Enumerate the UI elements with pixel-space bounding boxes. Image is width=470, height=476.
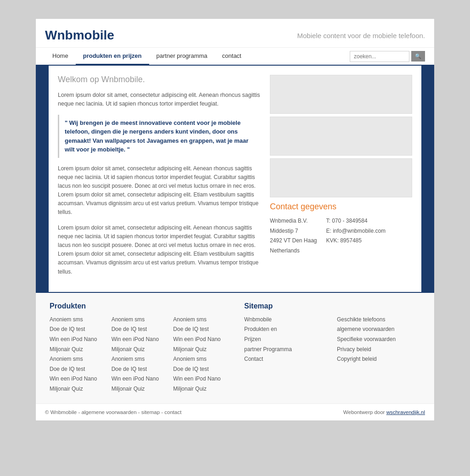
- nav-bar: Home produkten en prijzen partner progra…: [36, 48, 434, 66]
- footer-link[interactable]: Anoniem sms: [50, 354, 102, 364]
- footer-produkten: Produkten Anoniem smsDoe de IQ testWin e…: [50, 302, 226, 394]
- intro-text: Lorem ipsum dolor sit amet, consectetur …: [58, 91, 261, 108]
- footer-link[interactable]: Doe de IQ test: [173, 364, 226, 375]
- search-box: 🔍: [350, 51, 425, 62]
- footer-link[interactable]: Doe de IQ test: [173, 325, 226, 335]
- footer-link[interactable]: Miljonair Quiz: [50, 345, 102, 355]
- contact-phone: T: 070 - 3849584: [326, 216, 386, 226]
- footer-copyright: © Wnbmobile - algemene voorwaarden - sit…: [45, 409, 181, 415]
- footer-link[interactable]: Win een iPod Nano: [112, 335, 164, 345]
- quote-block: " Wij brengen je de meest innovatieve co…: [58, 115, 261, 158]
- body-text-1: Lorem ipsum dolor sit amet, consectetur …: [58, 164, 261, 217]
- footer-produkten-cols: Anoniem smsDoe de IQ testWin een iPod Na…: [50, 315, 226, 394]
- contact-info: T: 070 - 3849584 E: info@wnbmobile.com K…: [326, 216, 386, 256]
- contact-street: Middestip 7: [270, 226, 317, 236]
- footer-link[interactable]: Miljonair Quiz: [173, 345, 226, 355]
- sitemap-link[interactable]: partner Programma: [244, 345, 328, 355]
- webontwerp-link[interactable]: wschravendijk.nl: [386, 409, 425, 415]
- side-accent-left: [36, 66, 49, 292]
- footer-sitemap-heading: Sitemap: [244, 302, 420, 310]
- footer-top: Produkten Anoniem smsDoe de IQ testWin e…: [36, 292, 434, 403]
- footer-col-1: Anoniem smsDoe de IQ testWin een iPod Na…: [50, 315, 102, 394]
- search-icon: 🔍: [415, 53, 421, 59]
- sitemap-link[interactable]: Wnbmobile: [244, 315, 328, 325]
- image-placeholder-1: [270, 75, 412, 114]
- footer-col-2: Anoniem smsDoe de IQ testWin een iPod Na…: [112, 315, 164, 394]
- footer-link[interactable]: Miljonair Quiz: [50, 384, 102, 394]
- image-placeholder-2: [270, 117, 412, 156]
- sitemap-link[interactable]: Specifieke voorwaarden: [337, 335, 420, 345]
- contact-company: Wnbmedia B.V.: [270, 216, 317, 226]
- sitemap-col-2: Geschikte telefoonsalgemene voorwaardenS…: [337, 315, 420, 364]
- sitemap-link[interactable]: Geschikte telefoons: [337, 315, 420, 325]
- body-text-2: Lorem ipsum dolor sit amet, consectetur …: [58, 224, 261, 276]
- sitemap-link[interactable]: Produkten en: [244, 325, 328, 335]
- sitemap-col-1: WnbmobileProdukten enPrijzenpartner Prog…: [244, 315, 328, 364]
- footer-link[interactable]: Doe de IQ test: [112, 364, 164, 375]
- sitemap-link[interactable]: algemene voorwaarden: [337, 325, 420, 335]
- footer-link[interactable]: Win een iPod Nano: [50, 374, 102, 384]
- contact-section: Contact gegevens Wnbmedia B.V. Middestip…: [270, 202, 412, 256]
- nav-home[interactable]: Home: [45, 48, 76, 65]
- footer-link[interactable]: Anoniem sms: [50, 315, 102, 325]
- side-accent-right: [421, 66, 434, 292]
- nav-contact[interactable]: contact: [215, 48, 249, 65]
- footer-col-3: Anoniem smsDoe de IQ testWin een iPod Na…: [173, 315, 226, 394]
- image-placeholder-3: [270, 158, 412, 197]
- footer-link[interactable]: Doe de IQ test: [50, 325, 102, 335]
- footer-link[interactable]: Miljonair Quiz: [112, 384, 164, 394]
- footer-sitemap-cols: WnbmobileProdukten enPrijzenpartner Prog…: [244, 315, 420, 364]
- footer-link[interactable]: Win een iPod Nano: [173, 335, 226, 345]
- footer-link[interactable]: Anoniem sms: [112, 354, 164, 364]
- footer-link[interactable]: Anoniem sms: [112, 315, 164, 325]
- sitemap-link[interactable]: Prijzen: [244, 335, 328, 345]
- nav-partner[interactable]: partner programma: [149, 48, 215, 65]
- webontwerp-prefix: Webontwerp door: [343, 409, 386, 415]
- footer-bottom-left: © Wnbmobile - algemene voorwaarden - sit…: [45, 409, 181, 415]
- contact-email: E: info@wnbmobile.com: [326, 226, 386, 236]
- footer-bottom: © Wnbmobile - algemene voorwaarden - sit…: [36, 403, 434, 420]
- site-title: Wnbmobile: [45, 28, 114, 43]
- footer-link[interactable]: Miljonair Quiz: [173, 384, 226, 394]
- sitemap-link[interactable]: Privacy beleid: [337, 345, 420, 355]
- footer-link[interactable]: Miljonair Quiz: [112, 345, 164, 355]
- contact-city: 2492 VT Den Haag: [270, 236, 317, 246]
- nav-links: Home produkten en prijzen partner progra…: [45, 48, 249, 65]
- quote-text: " Wij brengen je de meest innovatieve co…: [65, 119, 248, 153]
- search-button[interactable]: 🔍: [411, 51, 425, 62]
- footer-produkten-heading: Produkten: [50, 302, 226, 310]
- footer-link[interactable]: Anoniem sms: [173, 315, 226, 325]
- tagline: Mobiele content voor de mobiele telefoon…: [297, 32, 425, 39]
- footer-link[interactable]: Doe de IQ test: [112, 325, 164, 335]
- footer-sitemap: Sitemap WnbmobileProdukten enPrijzenpart…: [244, 302, 420, 394]
- page-heading: Welkom op Wnbmobile.: [58, 75, 261, 84]
- footer-bottom-right: Webontwerp door wschravendijk.nl: [343, 409, 425, 415]
- footer-link[interactable]: Win een iPod Nano: [50, 335, 102, 345]
- footer-link[interactable]: Anoniem sms: [173, 354, 226, 364]
- search-input[interactable]: [350, 51, 409, 62]
- contact-kvk: KVK: 8957485: [326, 236, 386, 246]
- contact-details: Wnbmedia B.V. Middestip 7 2492 VT Den Ha…: [270, 216, 412, 256]
- nav-produkten[interactable]: produkten en prijzen: [76, 48, 149, 65]
- right-column: Contact gegevens Wnbmedia B.V. Middestip…: [270, 75, 412, 283]
- sitemap-link[interactable]: Copyright beleid: [337, 354, 420, 364]
- contact-country: Netherlands: [270, 246, 317, 256]
- footer-link[interactable]: Win een iPod Nano: [112, 374, 164, 384]
- footer-link[interactable]: Win een iPod Nano: [173, 374, 226, 384]
- contact-heading: Contact gegevens: [270, 202, 412, 212]
- footer-link[interactable]: Doe de IQ test: [50, 364, 102, 375]
- contact-address: Wnbmedia B.V. Middestip 7 2492 VT Den Ha…: [270, 216, 317, 256]
- sitemap-link[interactable]: Contact: [244, 354, 328, 364]
- left-column: Welkom op Wnbmobile. Lorem ipsum dolor s…: [58, 75, 261, 283]
